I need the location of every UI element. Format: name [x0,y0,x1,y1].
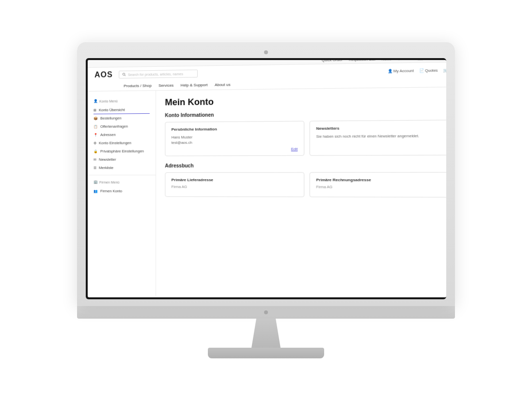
sidebar-divider [88,175,156,175]
screen-content: Quick Order Requisition List News Contac… [88,60,446,297]
search-icon [122,73,126,77]
firmen-konto-icon: 👥 [94,189,98,193]
region-selector[interactable]: Switzerland, EN ▾ [418,60,446,61]
imac-stand-neck [242,319,290,348]
imac-body: Quick Order Requisition List News Contac… [77,42,455,306]
contact-link[interactable]: Contact [398,60,411,61]
imac-chin [77,306,455,319]
firmen-icon: 🏢 [94,180,98,184]
rechnungsadresse-title: Primäre Rechnungsadresse [316,178,446,182]
sidebar-item-adressen[interactable]: 📍 Adressen [88,130,156,139]
page-body: 👤 Konto Menü ⊞ Konto Übersicht 📦 Bestel [88,87,446,297]
imac-camera [264,50,268,54]
flag-icon [418,60,423,61]
imac-screen-bezel: Quick Order Requisition List News Contac… [86,58,446,299]
sidebar-item-newsletter[interactable]: ✉ Newsletter [88,155,156,164]
overview-icon: ⊞ [94,108,96,112]
imac-screen: Quick Order Requisition List News Contac… [88,60,446,297]
user-icon: 👤 [388,68,392,73]
address-cards: Primäre Lieferadresse Firma AG Primäre R… [165,172,446,197]
newsletter-card: Newsletters Sie haben sich noch nicht fü… [310,120,446,155]
imac-stand-base [208,348,324,358]
sidebar-item-konto-einstellungen[interactable]: ⚙ Konto Einstellungen [88,138,156,147]
lieferadresse-company: Firma AG [172,185,298,189]
sidebar-item-konto-uebersicht[interactable]: ⊞ Konto Übersicht [88,106,156,114]
imac-wrapper: Quick Order Requisition List News Contac… [77,42,455,358]
nav-products[interactable]: Products / Shop [124,81,152,91]
imac-camera-bar [86,50,446,54]
logo[interactable]: AOS [94,70,113,79]
nav-services[interactable]: Services [158,81,173,91]
quotes-link[interactable]: 📄 Quotes [419,68,438,73]
personal-info-title: Persönliche Information [172,126,298,132]
quotes-icon: 📄 [419,68,424,73]
quick-order-link[interactable]: Quick Order [322,60,343,62]
nav-about[interactable]: About us [215,80,231,90]
page-title: Mein Konto [165,94,446,108]
search-bar[interactable]: Search for products, articles, names [119,70,198,78]
address-icon: 📍 [94,133,98,137]
personal-info-email: test@aos.ch [172,139,298,146]
lieferadresse-title: Primäre Lieferadresse [172,178,298,182]
quotes-req-icon: 📋 [94,124,98,128]
konto-menu-label: 👤 Konto Menü [88,96,156,106]
rechnungsadresse-card: Primäre Rechnungsadresse Firma AG [310,172,446,197]
orders-icon: 📦 [94,116,98,120]
adressbuch-title: Adressbuch [165,162,446,168]
konto-info-cards: Persönliche Information Hans Muster test… [165,120,446,156]
newsletter-card-text: Sie haben sich noch nicht für einen News… [316,133,446,139]
my-account-link[interactable]: 👤 My Account [388,68,414,73]
wishlist-icon: ☰ [94,166,96,169]
sidebar: 👤 Konto Menü ⊞ Konto Übersicht 📦 Bestel [88,91,156,296]
personal-info-edit-link[interactable]: Edit [291,147,298,151]
rechnungsadresse-company: Firma AG [316,185,446,189]
firmen-menu-label: 🏢 Firmen Menü [88,178,156,187]
search-placeholder: Search for products, articles, names [128,72,183,77]
settings-icon: ⚙ [94,141,96,145]
nav-help[interactable]: Help & Support [181,80,208,90]
sidebar-item-offertenanfragen[interactable]: 📋 Offertenanfragen [88,122,156,131]
apple-logo [263,309,269,316]
privacy-icon: 🔒 [94,149,98,153]
news-link[interactable]: News [381,60,391,62]
newsletter-icon: ✉ [94,157,96,161]
requisition-link[interactable]: Requisition List [349,60,376,62]
svg-point-0 [123,73,125,76]
header-top: AOS Search for products, articles, names [94,65,446,79]
sidebar-item-firmen-konto[interactable]: 👥 Firmen Konto [88,187,156,195]
header-actions: 👤 My Account 📄 Quotes 🛒 [388,68,446,73]
cart-icon: 🛒 [443,68,446,73]
newsletter-card-title: Newsletters [316,125,446,131]
scene: Quick Order Requisition List News Contac… [0,0,532,400]
sidebar-item-privatsphaere-einstellungen[interactable]: 🔒 Privatsphäre Einstellungen [88,147,156,155]
region-text: Switzerland, EN [424,60,446,61]
main-header: AOS Search for products, articles, names [88,62,446,92]
personal-info-card: Persönliche Information Hans Muster test… [165,121,304,156]
sidebar-item-merkliste[interactable]: ☰ Merkliste [88,164,156,172]
main-content: Mein Konto Konto Informationen Persönlic… [156,87,446,297]
cart-link[interactable]: 🛒 Cart [443,68,446,73]
svg-line-1 [125,75,125,76]
sidebar-item-bestellungen[interactable]: 📦 Bestellungen [88,114,156,123]
konto-informationen-title: Konto Informationen [165,110,446,118]
lieferadresse-card: Primäre Lieferadresse Firma AG [165,172,304,197]
konto-menu-icon: 👤 [94,99,98,103]
svg-point-2 [264,310,268,314]
